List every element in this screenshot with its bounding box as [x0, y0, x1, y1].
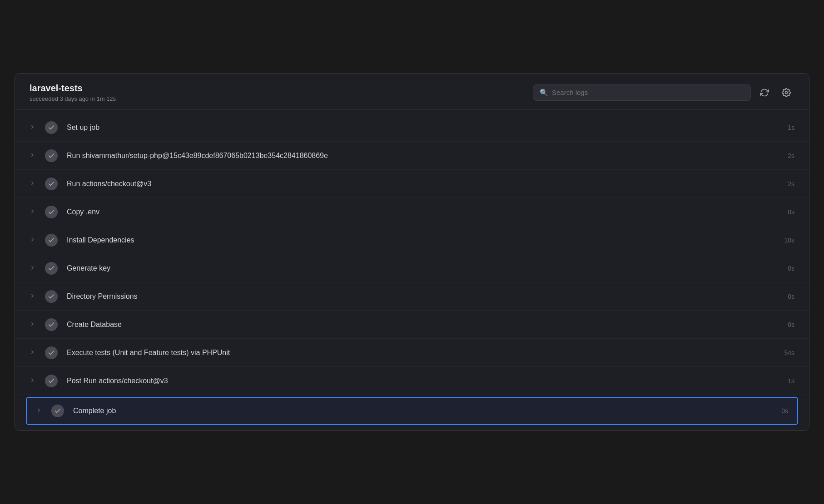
workflow-title: laravel-tests	[30, 83, 116, 94]
step-row[interactable]: Directory Permissions 0s	[15, 282, 809, 311]
step-status-icon	[45, 375, 58, 387]
step-label: Generate key	[67, 264, 776, 272]
step-label: Create Database	[67, 321, 776, 329]
step-row[interactable]: Run shivammathur/setup-php@15c43e89cdef8…	[15, 142, 809, 170]
step-label: Directory Permissions	[67, 292, 776, 301]
step-status-icon	[45, 318, 58, 331]
step-label: Complete job	[73, 407, 770, 415]
chevron-right-icon	[30, 152, 37, 159]
chevron-right-icon	[30, 265, 37, 272]
step-duration: 1s	[776, 377, 794, 385]
chevron-right-icon	[30, 237, 37, 244]
step-row[interactable]: Post Run actions/checkout@v3 1s	[15, 367, 809, 395]
step-label: Run actions/checkout@v3	[67, 180, 776, 188]
step-row[interactable]: Execute tests (Unit and Feature tests) v…	[15, 339, 809, 367]
step-label: Run shivammathur/setup-php@15c43e89cdef8…	[67, 152, 776, 160]
step-status-icon	[45, 290, 58, 303]
search-input[interactable]	[552, 89, 744, 96]
step-duration: 0s	[776, 293, 794, 300]
search-icon: 🔍	[540, 89, 548, 97]
step-duration: 0s	[770, 407, 788, 415]
workflow-status: succeeded 3 days ago in 1m 12s	[30, 95, 116, 102]
step-status-icon	[45, 346, 58, 359]
step-label: Copy .env	[67, 208, 776, 216]
step-row[interactable]: Create Database 0s	[15, 311, 809, 339]
search-box[interactable]: 🔍	[533, 84, 751, 101]
step-row[interactable]: Install Dependencies 10s	[15, 226, 809, 254]
chevron-right-icon	[30, 377, 37, 385]
main-window: laravel-tests succeeded 3 days ago in 1m…	[15, 73, 809, 431]
chevron-right-icon	[30, 349, 37, 356]
settings-button[interactable]	[778, 84, 794, 101]
step-label: Execute tests (Unit and Feature tests) v…	[67, 349, 776, 357]
step-row[interactable]: Run actions/checkout@v3 2s	[15, 170, 809, 198]
step-duration: 2s	[776, 180, 794, 188]
header-left: laravel-tests succeeded 3 days ago in 1m…	[30, 83, 116, 102]
step-row[interactable]: Generate key 0s	[15, 254, 809, 282]
step-status-icon	[51, 405, 64, 417]
step-duration: 54s	[776, 349, 794, 356]
step-status-icon	[45, 262, 58, 275]
svg-point-0	[785, 91, 788, 94]
chevron-right-icon	[30, 124, 37, 131]
steps-list: Set up job 1s Run shivammathur/setup-php…	[15, 110, 809, 430]
step-row[interactable]: Copy .env 0s	[15, 198, 809, 226]
step-status-icon	[45, 178, 58, 190]
step-duration: 2s	[776, 152, 794, 159]
step-duration: 0s	[776, 208, 794, 216]
step-label: Set up job	[67, 124, 776, 132]
step-row[interactable]: Complete job 0s	[26, 397, 798, 425]
step-duration: 0s	[776, 265, 794, 272]
step-status-icon	[45, 206, 58, 218]
step-duration: 0s	[776, 321, 794, 328]
header-actions: 🔍	[533, 84, 794, 101]
step-label: Install Dependencies	[67, 236, 776, 244]
chevron-right-icon	[36, 407, 43, 415]
chevron-right-icon	[30, 180, 37, 188]
step-row[interactable]: Set up job 1s	[15, 114, 809, 142]
gear-icon	[782, 88, 791, 97]
step-status-icon	[45, 149, 58, 162]
refresh-icon	[760, 88, 769, 97]
chevron-right-icon	[30, 293, 37, 300]
refresh-button[interactable]	[756, 84, 773, 101]
chevron-right-icon	[30, 208, 37, 216]
step-label: Post Run actions/checkout@v3	[67, 377, 776, 385]
chevron-right-icon	[30, 321, 37, 328]
step-duration: 1s	[776, 124, 794, 131]
step-status-icon	[45, 234, 58, 247]
header: laravel-tests succeeded 3 days ago in 1m…	[15, 74, 809, 110]
step-status-icon	[45, 121, 58, 134]
step-duration: 10s	[776, 237, 794, 244]
